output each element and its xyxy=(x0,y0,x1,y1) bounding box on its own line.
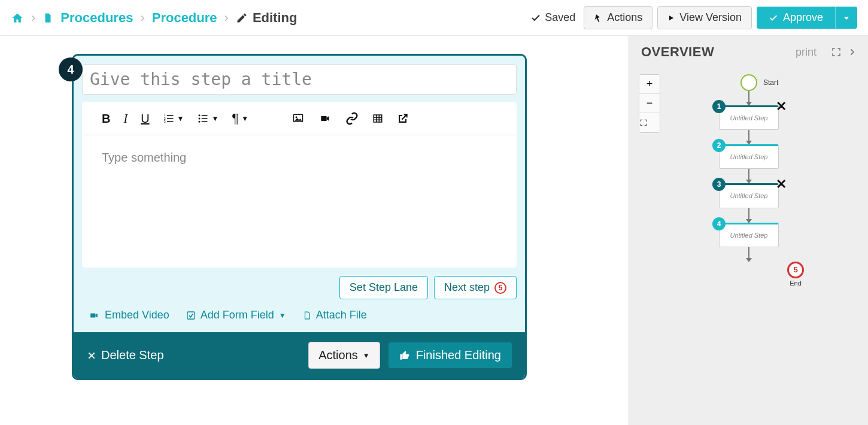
close-icon[interactable]: ✕ xyxy=(776,99,787,114)
svg-rect-13 xyxy=(202,118,208,119)
chevron-down-icon: ▼ xyxy=(279,311,286,320)
delete-step-label: Delete Step xyxy=(101,348,164,362)
rte-body[interactable]: Type something xyxy=(83,135,516,267)
view-version-button[interactable]: View Version xyxy=(657,6,752,29)
chevron-down-icon: ▼ xyxy=(211,114,218,123)
chevron-down-icon: ▼ xyxy=(363,351,370,360)
image-icon[interactable] xyxy=(292,113,305,124)
svg-marker-26 xyxy=(95,313,98,317)
end-circle-icon: 5 xyxy=(787,262,804,278)
breadcrumb-separator: › xyxy=(224,10,229,26)
attachment-row: Embed Video Add Form Field ▼ Attach File xyxy=(74,305,525,332)
zoom-fit-button[interactable] xyxy=(639,113,660,132)
start-circle-icon xyxy=(740,74,757,91)
unordered-list-icon[interactable]: ▼ xyxy=(197,113,218,124)
table-icon[interactable] xyxy=(372,113,384,124)
flow-step-node[interactable]: 4Untitled Step xyxy=(719,223,779,247)
svg-rect-18 xyxy=(321,116,326,121)
flow-diagram: Start 1✕Untitled Step2Untitled Step3✕Unt… xyxy=(707,74,851,287)
approve-button-group: Approve xyxy=(757,7,857,29)
footer-actions-button[interactable]: Actions ▼ xyxy=(308,342,380,369)
video-icon[interactable] xyxy=(318,114,332,123)
topbar-right: Saved Actions View Version Approve xyxy=(530,6,857,29)
svg-rect-12 xyxy=(202,115,208,116)
next-step-badge: 5 xyxy=(494,282,506,294)
start-node[interactable]: Start xyxy=(740,74,851,91)
file-icon xyxy=(43,12,53,24)
overview-canvas[interactable]: + − Start 1✕Untitled Step2Untitled Step3… xyxy=(629,68,868,409)
step-title-input[interactable] xyxy=(82,64,517,95)
view-version-label: View Version xyxy=(679,11,742,24)
svg-point-9 xyxy=(199,114,201,116)
flow-step-number: 3 xyxy=(712,178,726,191)
svg-rect-25 xyxy=(90,313,95,317)
svg-marker-17 xyxy=(295,118,302,121)
breadcrumb-procedures[interactable]: Procedures xyxy=(60,10,133,26)
overview-header: OVERVIEW print xyxy=(629,36,868,68)
end-label: End xyxy=(790,280,802,287)
attach-file-link[interactable]: Attach File xyxy=(303,309,367,321)
overview-title: OVERVIEW xyxy=(641,44,714,60)
svg-rect-5 xyxy=(167,122,174,123)
svg-text:3: 3 xyxy=(163,120,165,123)
external-link-icon[interactable] xyxy=(397,113,409,125)
bold-icon[interactable]: B xyxy=(102,112,110,126)
flow-connector xyxy=(748,169,749,183)
breadcrumb-editing: Editing xyxy=(236,10,298,26)
pencil-icon xyxy=(236,12,248,24)
underline-icon[interactable]: U xyxy=(141,112,149,126)
attach-file-label: Attach File xyxy=(316,309,367,321)
add-form-field-label: Add Form Field xyxy=(201,309,274,321)
breadcrumb: › Procedures › Procedure › Editing xyxy=(11,10,297,26)
approve-caret-button[interactable] xyxy=(835,7,857,29)
svg-rect-4 xyxy=(167,118,174,119)
flow-connector xyxy=(748,247,749,262)
zoom-in-button[interactable]: + xyxy=(639,75,660,94)
delete-step-link[interactable]: Delete Step xyxy=(87,348,164,362)
svg-marker-19 xyxy=(327,116,329,121)
svg-point-16 xyxy=(296,116,298,118)
zoom-out-button[interactable]: − xyxy=(639,94,660,113)
add-form-field-link[interactable]: Add Form Field ▼ xyxy=(186,309,286,321)
svg-rect-27 xyxy=(187,312,195,319)
embed-video-label: Embed Video xyxy=(105,309,169,321)
flow-step-node[interactable]: 3✕Untitled Step xyxy=(719,183,779,208)
saved-label: Saved xyxy=(545,11,575,24)
rte-toolbar: B I U 123 ▼ ▼ ¶ ▼ xyxy=(83,102,516,135)
main: 4 B I U 123 ▼ ▼ xyxy=(0,36,868,425)
close-icon[interactable]: ✕ xyxy=(776,177,787,192)
fullscreen-icon[interactable] xyxy=(831,47,842,57)
embed-video-link[interactable]: Embed Video xyxy=(88,309,169,321)
flow-connector xyxy=(748,91,749,105)
flow-step-number: 4 xyxy=(712,217,726,230)
paragraph-icon[interactable]: ¶ ▼ xyxy=(232,111,248,126)
chevron-down-icon: ▼ xyxy=(241,114,248,123)
svg-rect-14 xyxy=(202,122,208,123)
approve-button[interactable]: Approve xyxy=(757,7,835,29)
next-step-label: Next step xyxy=(444,281,490,294)
next-step-button[interactable]: Next step 5 xyxy=(434,276,517,299)
zoom-controls: + − xyxy=(639,74,660,133)
collapse-icon[interactable] xyxy=(848,47,856,57)
flow-connector xyxy=(748,130,749,144)
breadcrumb-procedure[interactable]: Procedure xyxy=(152,10,217,26)
finished-label: Finished Editing xyxy=(416,348,501,362)
end-node[interactable]: 5 End xyxy=(740,262,851,287)
set-step-lane-button[interactable]: Set Step Lane xyxy=(339,276,428,299)
breadcrumb-separator: › xyxy=(31,10,35,26)
flow-step-node[interactable]: 1✕Untitled Step xyxy=(719,105,779,130)
home-icon[interactable] xyxy=(11,12,24,24)
topbar: › Procedures › Procedure › Editing Saved… xyxy=(0,0,868,36)
finished-editing-button[interactable]: Finished Editing xyxy=(389,342,512,368)
italic-icon[interactable]: I xyxy=(123,112,128,126)
flow-step-label: Untitled Step xyxy=(723,114,775,122)
svg-rect-20 xyxy=(374,115,382,122)
flow-step-node[interactable]: 2Untitled Step xyxy=(719,144,779,169)
link-icon[interactable] xyxy=(345,112,359,125)
print-link[interactable]: print xyxy=(796,46,817,59)
breadcrumb-current-label: Editing xyxy=(253,10,298,26)
breadcrumb-separator: › xyxy=(140,10,144,26)
editor-column: 4 B I U 123 ▼ ▼ xyxy=(0,36,629,425)
ordered-list-icon[interactable]: 123 ▼ xyxy=(163,113,184,124)
actions-button[interactable]: Actions xyxy=(584,6,652,29)
